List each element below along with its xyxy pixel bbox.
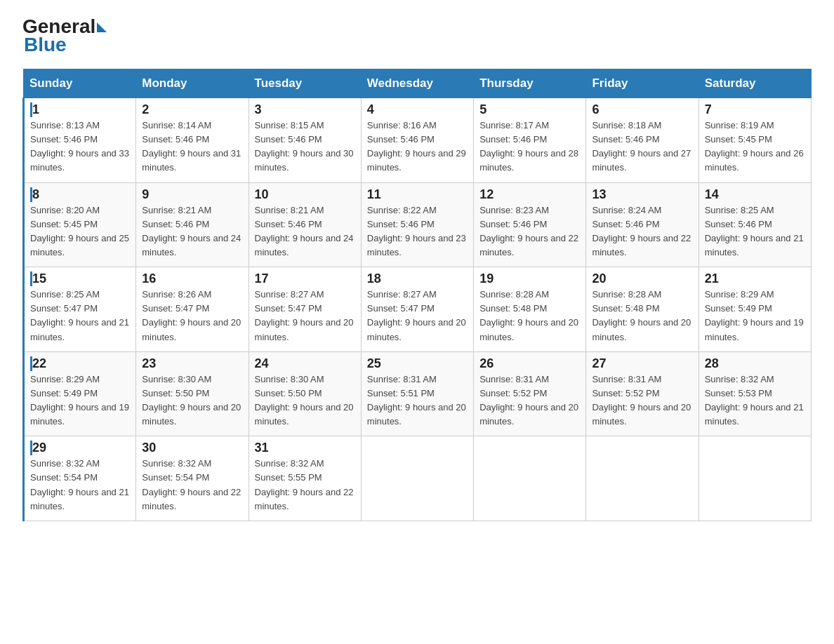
day-info: Sunrise: 8:29 AMSunset: 5:49 PMDaylight:… bbox=[30, 374, 129, 427]
day-number: 26 bbox=[479, 356, 580, 371]
calendar-cell: 26 Sunrise: 8:31 AMSunset: 5:52 PMDaylig… bbox=[474, 351, 586, 436]
day-info: Sunrise: 8:28 AMSunset: 5:48 PMDaylight:… bbox=[592, 289, 691, 342]
calendar-cell: 10 Sunrise: 8:21 AMSunset: 5:46 PMDaylig… bbox=[249, 182, 361, 267]
day-number: 1 bbox=[30, 102, 130, 117]
calendar-cell: 31 Sunrise: 8:32 AMSunset: 5:55 PMDaylig… bbox=[249, 436, 361, 521]
day-info: Sunrise: 8:17 AMSunset: 5:46 PMDaylight:… bbox=[479, 120, 578, 173]
day-number: 21 bbox=[705, 271, 805, 286]
calendar-cell: 5 Sunrise: 8:17 AMSunset: 5:46 PMDayligh… bbox=[474, 98, 586, 183]
day-info: Sunrise: 8:13 AMSunset: 5:46 PMDaylight:… bbox=[30, 120, 129, 173]
day-number: 6 bbox=[592, 102, 692, 117]
weekday-header-sunday: Sunday bbox=[24, 69, 136, 98]
calendar-cell: 15 Sunrise: 8:25 AMSunset: 5:47 PMDaylig… bbox=[24, 267, 136, 352]
day-number: 24 bbox=[255, 356, 355, 371]
calendar-week-row: 22 Sunrise: 8:29 AMSunset: 5:49 PMDaylig… bbox=[24, 351, 812, 436]
calendar-week-row: 1 Sunrise: 8:13 AMSunset: 5:46 PMDayligh… bbox=[24, 98, 812, 183]
calendar-cell bbox=[361, 436, 473, 521]
day-number: 10 bbox=[255, 187, 355, 202]
calendar-cell: 23 Sunrise: 8:30 AMSunset: 5:50 PMDaylig… bbox=[136, 351, 249, 436]
calendar-cell bbox=[586, 436, 699, 521]
calendar-cell bbox=[699, 436, 811, 521]
calendar-cell: 27 Sunrise: 8:31 AMSunset: 5:52 PMDaylig… bbox=[586, 351, 699, 436]
weekday-header-friday: Friday bbox=[586, 69, 699, 98]
day-number: 19 bbox=[479, 271, 580, 286]
calendar-cell: 25 Sunrise: 8:31 AMSunset: 5:51 PMDaylig… bbox=[361, 351, 473, 436]
calendar-cell: 29 Sunrise: 8:32 AMSunset: 5:54 PMDaylig… bbox=[24, 436, 136, 521]
weekday-header-thursday: Thursday bbox=[474, 69, 586, 98]
day-number: 18 bbox=[367, 271, 468, 286]
day-number: 20 bbox=[592, 271, 692, 286]
calendar-cell bbox=[474, 436, 586, 521]
logo-arrow-icon bbox=[97, 22, 107, 32]
calendar-cell: 19 Sunrise: 8:28 AMSunset: 5:48 PMDaylig… bbox=[474, 267, 586, 352]
weekday-header-wednesday: Wednesday bbox=[361, 69, 473, 98]
day-info: Sunrise: 8:23 AMSunset: 5:46 PMDaylight:… bbox=[479, 205, 578, 257]
day-number: 25 bbox=[367, 356, 468, 371]
weekday-header-monday: Monday bbox=[136, 69, 249, 98]
day-info: Sunrise: 8:24 AMSunset: 5:46 PMDaylight:… bbox=[592, 205, 691, 257]
calendar-week-row: 15 Sunrise: 8:25 AMSunset: 5:47 PMDaylig… bbox=[24, 267, 812, 352]
day-info: Sunrise: 8:31 AMSunset: 5:51 PMDaylight:… bbox=[367, 374, 466, 427]
day-number: 14 bbox=[705, 187, 805, 202]
weekday-header-tuesday: Tuesday bbox=[249, 69, 361, 98]
day-number: 27 bbox=[592, 356, 692, 371]
calendar-header-row: SundayMondayTuesdayWednesdayThursdayFrid… bbox=[24, 69, 812, 98]
day-info: Sunrise: 8:32 AMSunset: 5:54 PMDaylight:… bbox=[142, 458, 241, 511]
calendar-cell: 8 Sunrise: 8:20 AMSunset: 5:45 PMDayligh… bbox=[24, 182, 136, 267]
day-number: 9 bbox=[142, 187, 242, 202]
day-info: Sunrise: 8:25 AMSunset: 5:46 PMDaylight:… bbox=[705, 205, 804, 257]
calendar-cell: 14 Sunrise: 8:25 AMSunset: 5:46 PMDaylig… bbox=[699, 182, 811, 267]
day-number: 11 bbox=[367, 187, 468, 202]
day-number: 22 bbox=[30, 356, 130, 371]
day-info: Sunrise: 8:16 AMSunset: 5:46 PMDaylight:… bbox=[367, 120, 466, 173]
day-number: 16 bbox=[142, 271, 242, 286]
calendar-cell: 7 Sunrise: 8:19 AMSunset: 5:45 PMDayligh… bbox=[699, 98, 811, 183]
day-number: 31 bbox=[255, 441, 355, 455]
day-number: 5 bbox=[479, 102, 580, 117]
calendar-table: SundayMondayTuesdayWednesdayThursdayFrid… bbox=[22, 69, 812, 521]
day-number: 2 bbox=[142, 102, 242, 117]
day-info: Sunrise: 8:30 AMSunset: 5:50 PMDaylight:… bbox=[142, 374, 241, 427]
calendar-cell: 9 Sunrise: 8:21 AMSunset: 5:46 PMDayligh… bbox=[136, 182, 249, 267]
day-number: 23 bbox=[142, 356, 242, 371]
day-info: Sunrise: 8:25 AMSunset: 5:47 PMDaylight:… bbox=[30, 289, 129, 342]
calendar-cell: 2 Sunrise: 8:14 AMSunset: 5:46 PMDayligh… bbox=[136, 98, 249, 183]
day-info: Sunrise: 8:15 AMSunset: 5:46 PMDaylight:… bbox=[255, 120, 354, 173]
day-number: 13 bbox=[592, 187, 692, 202]
calendar-cell: 22 Sunrise: 8:29 AMSunset: 5:49 PMDaylig… bbox=[24, 351, 136, 436]
day-info: Sunrise: 8:21 AMSunset: 5:46 PMDaylight:… bbox=[255, 205, 354, 257]
calendar-cell: 17 Sunrise: 8:27 AMSunset: 5:47 PMDaylig… bbox=[249, 267, 361, 352]
day-info: Sunrise: 8:22 AMSunset: 5:46 PMDaylight:… bbox=[367, 205, 466, 257]
day-info: Sunrise: 8:19 AMSunset: 5:45 PMDaylight:… bbox=[705, 120, 804, 173]
day-number: 30 bbox=[142, 441, 242, 455]
calendar-cell: 20 Sunrise: 8:28 AMSunset: 5:48 PMDaylig… bbox=[586, 267, 699, 352]
day-number: 29 bbox=[30, 441, 130, 455]
calendar-cell: 13 Sunrise: 8:24 AMSunset: 5:46 PMDaylig… bbox=[586, 182, 699, 267]
calendar-cell: 21 Sunrise: 8:29 AMSunset: 5:49 PMDaylig… bbox=[699, 267, 811, 352]
day-info: Sunrise: 8:28 AMSunset: 5:48 PMDaylight:… bbox=[479, 289, 578, 342]
day-info: Sunrise: 8:32 AMSunset: 5:55 PMDaylight:… bbox=[255, 458, 354, 511]
calendar-cell: 12 Sunrise: 8:23 AMSunset: 5:46 PMDaylig… bbox=[474, 182, 586, 267]
day-number: 12 bbox=[479, 187, 580, 202]
calendar-cell: 1 Sunrise: 8:13 AMSunset: 5:46 PMDayligh… bbox=[24, 98, 136, 183]
calendar-cell: 11 Sunrise: 8:22 AMSunset: 5:46 PMDaylig… bbox=[361, 182, 473, 267]
day-info: Sunrise: 8:31 AMSunset: 5:52 PMDaylight:… bbox=[479, 374, 578, 427]
calendar-cell: 18 Sunrise: 8:27 AMSunset: 5:47 PMDaylig… bbox=[361, 267, 473, 352]
calendar-cell: 16 Sunrise: 8:26 AMSunset: 5:47 PMDaylig… bbox=[136, 267, 249, 352]
day-number: 28 bbox=[705, 356, 805, 371]
page-header: General Blue bbox=[22, 17, 812, 56]
day-info: Sunrise: 8:32 AMSunset: 5:54 PMDaylight:… bbox=[30, 458, 129, 511]
day-info: Sunrise: 8:26 AMSunset: 5:47 PMDaylight:… bbox=[142, 289, 241, 342]
day-info: Sunrise: 8:18 AMSunset: 5:46 PMDaylight:… bbox=[592, 120, 691, 173]
day-number: 7 bbox=[705, 102, 805, 117]
day-info: Sunrise: 8:31 AMSunset: 5:52 PMDaylight:… bbox=[592, 374, 691, 427]
day-number: 4 bbox=[367, 102, 468, 117]
day-info: Sunrise: 8:21 AMSunset: 5:46 PMDaylight:… bbox=[142, 205, 241, 257]
calendar-cell: 28 Sunrise: 8:32 AMSunset: 5:53 PMDaylig… bbox=[699, 351, 811, 436]
day-number: 3 bbox=[255, 102, 355, 117]
calendar-cell: 4 Sunrise: 8:16 AMSunset: 5:46 PMDayligh… bbox=[361, 98, 473, 183]
day-info: Sunrise: 8:27 AMSunset: 5:47 PMDaylight:… bbox=[255, 289, 354, 342]
calendar-cell: 3 Sunrise: 8:15 AMSunset: 5:46 PMDayligh… bbox=[249, 98, 361, 183]
day-info: Sunrise: 8:27 AMSunset: 5:47 PMDaylight:… bbox=[367, 289, 466, 342]
calendar-week-row: 29 Sunrise: 8:32 AMSunset: 5:54 PMDaylig… bbox=[24, 436, 812, 521]
